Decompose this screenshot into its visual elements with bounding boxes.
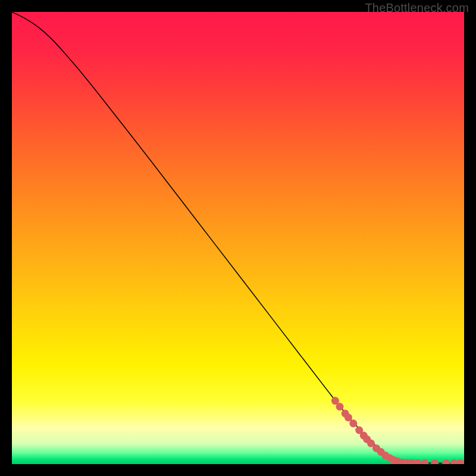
data-marker [336, 403, 344, 411]
data-marker [349, 419, 357, 427]
data-marker [345, 414, 352, 421]
gradient-background [12, 12, 464, 464]
watermark-text: TheBottleneck.com [365, 1, 469, 15]
chart-plot-area [12, 12, 464, 464]
